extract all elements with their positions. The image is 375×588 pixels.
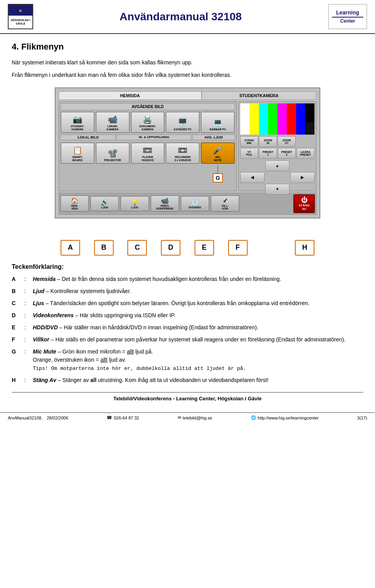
camera-nav-buttons: STÄNGMIK ZOOMIN ZOOMUT VYPOS. PRESET1 PR…	[240, 136, 314, 159]
btn-player[interactable]: 📼 PLAYERVHS/DVD	[131, 142, 165, 164]
label-avg-ljud: AVG. LJUD	[193, 135, 235, 140]
learning-center-logo: Learning Center	[328, 4, 367, 29]
label-a: A	[61, 240, 80, 256]
ui-panel-container: HEMSIDA STUDENTKAMERA AVGÅENDE BILD 📷 ST…	[12, 87, 363, 256]
bottom-btn-stang-av[interactable]: ⏻ STÄNGAV	[293, 194, 315, 213]
nav-btn-stang-mik[interactable]: STÄNGMIK	[240, 136, 258, 147]
bottom-btn-ljus[interactable]: 💡 LJUS	[120, 196, 149, 211]
page-header: ⛺ HÖGSKOLAN I GÄVLE Användarmanual 32108…	[0, 0, 375, 34]
btn-larar-kamera[interactable]: 📹 LÄRAR-KAMERA	[96, 112, 130, 133]
phone-icon: ☎	[107, 415, 112, 420]
panel-labels-row: A B C D E F H	[55, 240, 320, 256]
nav-btn-vy-pos[interactable]: VYPOS.	[240, 148, 258, 159]
descriptions: Teckenförklaring: A : Hemsida – Det är f…	[12, 263, 363, 385]
bottom-btn-videokonferens[interactable]: 📹 VIDEO-KONFERENS	[150, 195, 179, 212]
section-heading: 4. Flikmenyn	[12, 42, 363, 52]
footer-email: ✉ telebild@hig.se	[178, 415, 212, 420]
avgaende-bild-row: 📷 STUDENT-KAMERA 📹 LÄRAR-KAMERA 🖨️ DOKUM…	[61, 112, 235, 133]
nav-btn-zoom-ut[interactable]: ZOOMUT	[278, 136, 296, 147]
btn-projektor[interactable]: 📽️ PROJEKTOR	[96, 142, 130, 164]
footer-page-number: 3(17)	[357, 416, 367, 420]
footer-left: AnvManual32108, 28/02/2006	[8, 416, 68, 420]
panel-left: AVGÅENDE BILD 📷 STUDENT-KAMERA 📹 LÄRAR-K…	[59, 101, 237, 191]
nav-btn-zoom-in[interactable]: ZOOMIN	[259, 136, 277, 147]
desc-row-h: H : Stäng Av – Stänger av all utrustning…	[12, 376, 363, 384]
footer-phone: ☎ 026-64 87 32	[107, 415, 139, 420]
footer-phone-number: 026-64 87 32	[114, 416, 139, 420]
footer-page: 3(17)	[357, 416, 367, 420]
footer-email-address: telebild@hig.se	[183, 416, 212, 420]
btn-mic-mute[interactable]: 🎤 MICMUTE G	[201, 142, 235, 164]
label-avgende-bild: AVGÅENDE BILD	[61, 103, 235, 110]
desc-row-g: G : Mic Mute – Grön ikon med mikrofon = …	[12, 348, 363, 373]
panel-right: STÄNGMIK ZOOMIN ZOOMUT VYPOS. PRESET1 PR…	[238, 101, 316, 191]
desc-row-a: A : Hemsida – Det är från denna sida som…	[12, 275, 363, 283]
logo-text: HÖGSKOLAN I GÄVLE	[9, 19, 32, 25]
btn-dokument-kamera[interactable]: 🖨️ DOKUMENT-KAMERA	[131, 112, 165, 133]
label-b: B	[94, 240, 114, 256]
label-e: E	[195, 240, 214, 256]
panel-bottom-bar: 🏠 HEM-SIDA 🔊 LJUD 💡 LJUS 📹 VIDEO-KONFERE…	[59, 193, 316, 215]
desc-row-d: D : Videokonferens – Här sköts uppringni…	[12, 311, 363, 320]
label-c: C	[127, 240, 147, 256]
nav-left[interactable]	[240, 172, 264, 183]
bottom-btn-dvd-hdd[interactable]: 💿 DVD/HDD	[180, 196, 209, 211]
nav-btn-lagra-preset[interactable]: LAGRAPRESET	[296, 148, 314, 159]
footer-web: 🌐 http://www.hig.se/learningcenter	[251, 415, 319, 420]
intro-line-1: När systemet initierats klart så kommer …	[12, 58, 363, 67]
bottom-btn-hemsida[interactable]: 🏠 HEM-SIDA	[60, 195, 89, 212]
bottom-btn-ljud[interactable]: 🔊 LJUD	[90, 196, 119, 211]
label-h: H	[295, 240, 314, 256]
label-f: F	[228, 240, 248, 256]
nav-up[interactable]	[265, 160, 289, 171]
nav-btn-preset-2[interactable]: PRESET2	[278, 148, 296, 159]
email-icon: ✉	[178, 415, 181, 420]
desc-row-b: B : Ljud – Kontrollerar systemets ljudni…	[12, 287, 363, 295]
label-in-uppspelning: IN- & UPPSPELNING	[117, 135, 191, 140]
desc-row-c: C : Ljus – Tänder/släcker den spotlight …	[12, 299, 363, 307]
intro-line-2: Från flikmenyn i underkant kan man nå fe…	[12, 71, 363, 79]
institution-logo: ⛺ HÖGSKOLAN I GÄVLE	[8, 4, 33, 29]
btn-student-kamera[interactable]: 📷 STUDENT-KAMERA	[61, 112, 95, 133]
desc-title: Teckenförklaring:	[12, 263, 363, 270]
desc-row-f: F : Villkor – Här ställs en del parametr…	[12, 336, 363, 344]
panel-tabs: HEMSIDA STUDENTKAMERA	[59, 91, 316, 100]
footer-center-text: Telebild/Videokonferens - Learning Cente…	[113, 396, 262, 401]
footer-bottom: AnvManual32108, 28/02/2006 ☎ 026-64 87 3…	[0, 412, 375, 423]
nav-right[interactable]	[290, 172, 314, 183]
main-content: 4. Flikmenyn När systemet initierats kla…	[0, 34, 375, 412]
btn-recorder[interactable]: 📼 RECORDER3 x VHS/DVD	[166, 142, 200, 164]
desc-row-e: E : HDD/DVD – Här ställer man in hårddis…	[12, 323, 363, 332]
footer-web-url: http://www.hig.se/learningcenter	[258, 416, 319, 420]
page-title: Användarmanual 32108	[33, 11, 328, 23]
nav-down[interactable]	[265, 184, 289, 195]
footer-manual-name: AnvManual32108,	[8, 416, 43, 420]
nav-btn-preset-1[interactable]: PRESET1	[259, 148, 277, 159]
label-lokal-bild: LOKAL BILD	[61, 135, 116, 140]
btn-barbar-pc[interactable]: 💻 BÄRBAR PC	[201, 112, 235, 133]
ui-panel: HEMSIDA STUDENTKAMERA AVGÅENDE BILD 📷 ST…	[55, 87, 320, 219]
panel-body: AVGÅENDE BILD 📷 STUDENT-KAMERA 📹 LÄRAR-K…	[59, 101, 316, 191]
bottom-btn-villkor[interactable]: ✓ VILL-KOR	[211, 195, 239, 212]
tab-hemsida[interactable]: HEMSIDA	[59, 91, 202, 100]
label-d: D	[161, 240, 180, 256]
tab-studentkamera[interactable]: STUDENTKAMERA	[202, 91, 316, 100]
footer-date: 28/02/2006	[47, 416, 68, 420]
footer-center: Telebild/Videokonferens - Learning Cente…	[12, 392, 363, 405]
btn-smartboard[interactable]: 📋 SMART-BOARD	[61, 142, 95, 164]
web-icon: 🌐	[251, 415, 256, 420]
color-bars	[240, 103, 314, 135]
lokal-bild-row: 📋 SMART-BOARD 📽️ PROJEKTOR 📼 PLAYERVHS/D…	[61, 142, 235, 164]
btn-kateder-pc[interactable]: 🖥️ KATEDER PC	[166, 112, 200, 133]
